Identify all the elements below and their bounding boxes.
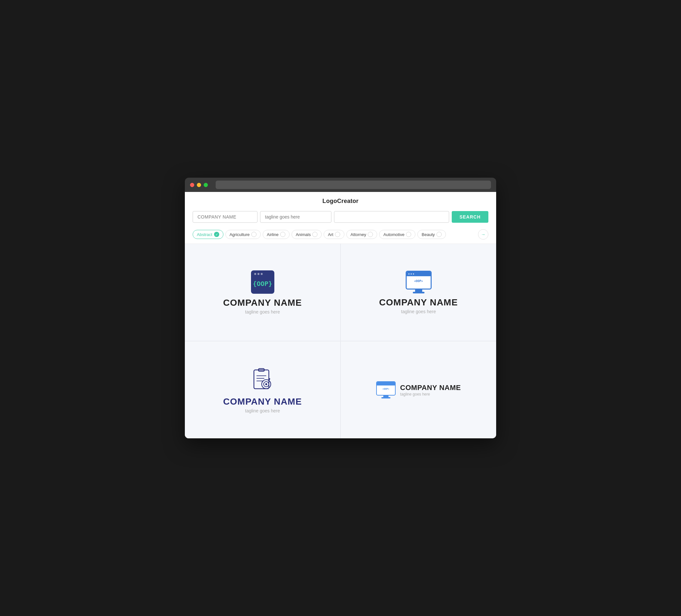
filter-check-airline	[280, 232, 285, 237]
tagline-input[interactable]	[260, 211, 331, 223]
monitor-stand-2	[415, 289, 422, 292]
monitor-icon-2: <OOP>	[406, 271, 432, 293]
monitor-base-2	[413, 292, 425, 293]
filter-label-art: Art	[328, 232, 333, 237]
filter-label-abstract: Abstract	[197, 232, 212, 237]
filter-label-beauty: Beauty	[422, 232, 434, 237]
logo-grid: {OOP} COMPANY NAME tagline goes here <OO…	[185, 244, 496, 438]
monitor-base-sm	[381, 397, 390, 399]
logo-3-tagline: tagline goes here	[245, 408, 280, 413]
oop-dot-1	[254, 273, 256, 275]
logo-cell-3[interactable]: COMPANY NAME tagline goes here	[185, 341, 340, 438]
filter-next-button[interactable]: →	[478, 229, 488, 239]
logo-4-inline: <OOP> COMPANY NAME tagline goes here	[376, 381, 461, 399]
logo-4-tagline: tagline goes here	[400, 392, 461, 396]
filter-chip-art[interactable]: Art	[324, 230, 345, 239]
company-name-input[interactable]	[193, 211, 257, 223]
filter-check-animals	[312, 232, 318, 237]
logo-cell-1[interactable]: {OOP} COMPANY NAME tagline goes here	[185, 244, 340, 341]
filter-chip-beauty[interactable]: Beauty	[418, 230, 446, 239]
traffic-light-green[interactable]	[204, 183, 208, 187]
filter-label-attorney: Attorney	[351, 232, 366, 237]
browser-window: LogoCreator SEARCH Abstract ✓ Agricultur…	[185, 178, 496, 438]
filter-check-art	[335, 232, 340, 237]
filter-label-automotive: Automotive	[383, 232, 404, 237]
filter-chip-airline[interactable]: Airline	[263, 230, 289, 239]
monitor-bar-2	[407, 272, 431, 276]
monitor-dot-3	[413, 273, 414, 275]
filter-chip-abstract[interactable]: Abstract ✓	[193, 230, 223, 239]
oop-dot-2	[257, 273, 259, 275]
logo-4-company-name: COMPANY NAME	[400, 384, 461, 392]
logo-1-tagline: tagline goes here	[245, 309, 280, 314]
logo-2-company-name: COMPANY NAME	[379, 297, 458, 308]
oop-bracket-icon: {OOP}	[251, 271, 274, 294]
filter-chip-agriculture[interactable]: Agriculture	[225, 230, 261, 239]
monitor-bar-sm	[377, 382, 395, 385]
oop-text: {OOP}	[253, 280, 272, 288]
logo-4-text: COMPANY NAME tagline goes here	[400, 384, 461, 396]
monitor-screen-sm: <OOP>	[376, 381, 396, 395]
monitor-icon-sm: <OOP>	[376, 381, 396, 399]
monitor-screen-2: <OOP>	[406, 271, 432, 289]
browser-url-bar	[216, 181, 491, 189]
filter-check-attorney	[368, 232, 373, 237]
logo-cell-4[interactable]: <OOP> COMPANY NAME tagline goes here	[340, 341, 496, 438]
logo-3-company-name: COMPANY NAME	[223, 396, 302, 407]
filter-check-beauty	[436, 232, 442, 237]
monitor-code-2: <OOP>	[414, 280, 423, 283]
search-button[interactable]: SEARCH	[452, 211, 488, 223]
filter-chip-automotive[interactable]: Automotive	[379, 230, 415, 239]
filter-label-agriculture: Agriculture	[230, 232, 250, 237]
filter-bar: Abstract ✓ Agriculture Airline Animals A…	[185, 227, 496, 244]
logo-cell-2[interactable]: <OOP> COMPANY NAME tagline goes here	[340, 244, 496, 341]
filter-chip-animals[interactable]: Animals	[292, 230, 322, 239]
traffic-light-red[interactable]	[190, 183, 194, 187]
filter-check-automotive	[406, 232, 411, 237]
oop-dots	[254, 273, 263, 275]
search-bar: SEARCH	[185, 208, 496, 227]
browser-content: LogoCreator SEARCH Abstract ✓ Agricultur…	[185, 192, 496, 438]
logo-1-company-name: COMPANY NAME	[223, 298, 302, 308]
monitor-code-sm: <OOP>	[382, 388, 389, 390]
browser-titlebar	[185, 178, 496, 192]
logo-2-tagline: tagline goes here	[401, 309, 436, 314]
svg-point-7	[265, 383, 267, 385]
monitor-dot-1	[408, 273, 409, 275]
monitor-dot-2	[410, 273, 412, 275]
traffic-light-yellow[interactable]	[197, 183, 201, 187]
clipboard-target-icon	[251, 367, 274, 393]
extra-input[interactable]	[334, 211, 449, 223]
app-title: LogoCreator	[185, 192, 496, 208]
filter-label-animals: Animals	[296, 232, 311, 237]
oop-dot-3	[261, 273, 263, 275]
filter-label-airline: Airline	[267, 232, 279, 237]
filter-check-agriculture	[251, 232, 256, 237]
filter-check-abstract: ✓	[214, 232, 219, 237]
filter-chip-attorney[interactable]: Attorney	[346, 230, 377, 239]
